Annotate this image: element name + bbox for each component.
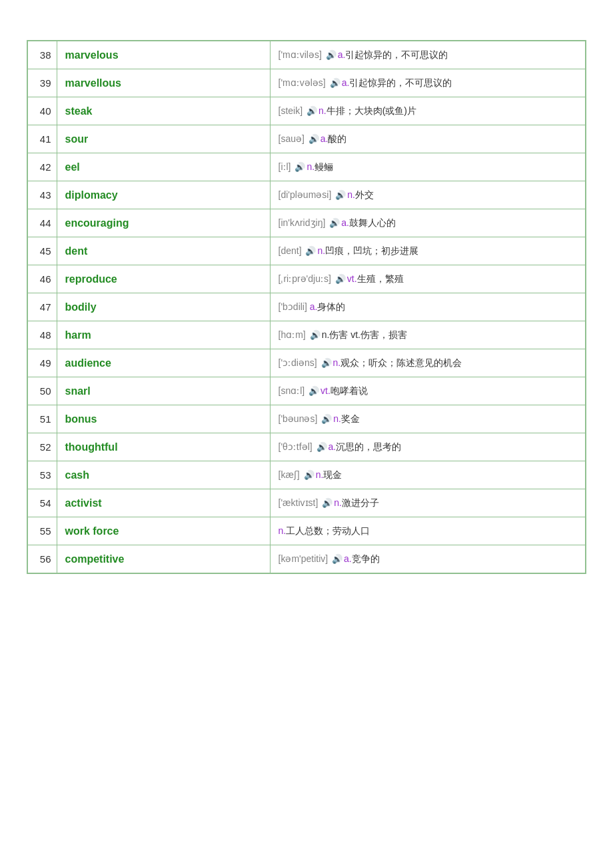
- speaker-icon[interactable]: 🔊: [304, 470, 314, 480]
- table-row: 47bodily['bɔdili] a.身体的: [27, 293, 586, 321]
- entry-number: 41: [27, 125, 57, 153]
- entry-word: steak: [57, 97, 270, 125]
- speaker-icon[interactable]: 🔊: [322, 498, 332, 508]
- entry-definition: ['bɔdili] a.身体的: [270, 293, 586, 321]
- speaker-icon[interactable]: 🔊: [321, 358, 332, 368]
- entry-word: snarl: [57, 377, 270, 405]
- entry-word: competitive: [57, 545, 270, 574]
- entry-number: 45: [27, 237, 57, 265]
- entry-definition: [kəm'petitiv] 🔊a.竞争的: [270, 545, 586, 574]
- entry-number: 54: [27, 489, 57, 517]
- table-row: 38marvelous['mɑːviləs] 🔊a.引起惊异的，不可思议的: [27, 41, 586, 69]
- entry-definition: [snɑːl] 🔊vt.咆哮着说: [270, 377, 586, 405]
- entry-word: marvellous: [57, 69, 270, 97]
- entry-definition: [in'kʌridʒiŋ] 🔊a.鼓舞人心的: [270, 209, 586, 237]
- entry-definition: [hɑːm] 🔊n.伤害 vt.伤害，损害: [270, 321, 586, 349]
- entry-definition: [sauə] 🔊a.酸的: [270, 125, 586, 153]
- entry-definition: n.工人总数；劳动人口: [270, 517, 586, 545]
- entry-word: bonus: [57, 405, 270, 433]
- entry-word: diplomacy: [57, 181, 270, 209]
- entry-word: dent: [57, 237, 270, 265]
- entry-number: 40: [27, 97, 57, 125]
- entry-definition: ['mɑːviləs] 🔊a.引起惊异的，不可思议的: [270, 41, 586, 69]
- entry-definition: ['ɔːdiəns] 🔊n.观众；听众；陈述意见的机会: [270, 349, 586, 377]
- entry-number: 53: [27, 461, 57, 489]
- speaker-icon[interactable]: 🔊: [330, 78, 340, 88]
- entry-number: 52: [27, 433, 57, 461]
- table-row: 51bonus['bəunəs] 🔊n.奖金: [27, 405, 586, 433]
- entry-number: 39: [27, 69, 57, 97]
- table-row: 53cash[kæʃ] 🔊n.现金: [27, 461, 586, 489]
- table-row: 41sour[sauə] 🔊a.酸的: [27, 125, 586, 153]
- entry-number: 47: [27, 293, 57, 321]
- entry-word: work force: [57, 517, 270, 545]
- table-row: 52thoughtful['θɔːtfəl] 🔊a.沉思的，思考的: [27, 433, 586, 461]
- table-row: 49audience['ɔːdiəns] 🔊n.观众；听众；陈述意见的机会: [27, 349, 586, 377]
- entry-word: reproduce: [57, 265, 270, 293]
- entry-definition: ['θɔːtfəl] 🔊a.沉思的，思考的: [270, 433, 586, 461]
- table-row: 48harm[hɑːm] 🔊n.伤害 vt.伤害，损害: [27, 321, 586, 349]
- entry-number: 42: [27, 153, 57, 181]
- entry-definition: ['bəunəs] 🔊n.奖金: [270, 405, 586, 433]
- table-row: 44encouraging[in'kʌridʒiŋ] 🔊a.鼓舞人心的: [27, 209, 586, 237]
- entry-number: 48: [27, 321, 57, 349]
- entry-number: 46: [27, 265, 57, 293]
- speaker-icon[interactable]: 🔊: [321, 414, 332, 424]
- entry-word: cash: [57, 461, 270, 489]
- table-row: 40steak[steik] 🔊n.牛排；大块肉(或鱼)片: [27, 97, 586, 125]
- entry-definition: ['mɑːvələs] 🔊a.引起惊异的，不可思议的: [270, 69, 586, 97]
- table-row: 50snarl[snɑːl] 🔊vt.咆哮着说: [27, 377, 586, 405]
- entry-word: sour: [57, 125, 270, 153]
- table-row: 42eel[iːl] 🔊n.鳗鲡: [27, 153, 586, 181]
- table-row: 43diplomacy[di'pləuməsi] 🔊n.外交: [27, 181, 586, 209]
- speaker-icon[interactable]: 🔊: [308, 134, 319, 144]
- table-row: 46reproduce[ˌriːprə'djuːs] 🔊vt.生殖，繁殖: [27, 265, 586, 293]
- table-row: 55work forcen.工人总数；劳动人口: [27, 517, 586, 545]
- entry-number: 38: [27, 41, 57, 69]
- entry-number: 50: [27, 377, 57, 405]
- entry-definition: [kæʃ] 🔊n.现金: [270, 461, 586, 489]
- entry-definition: [dent] 🔊n.凹痕，凹坑；初步进展: [270, 237, 586, 265]
- speaker-icon[interactable]: 🔊: [326, 50, 336, 60]
- entry-definition: ['æktivɪst] 🔊n.激进分子: [270, 489, 586, 517]
- speaker-icon[interactable]: 🔊: [329, 218, 340, 228]
- entry-number: 43: [27, 181, 57, 209]
- entry-definition: [iːl] 🔊n.鳗鲡: [270, 153, 586, 181]
- entry-definition: [di'pləuməsi] 🔊n.外交: [270, 181, 586, 209]
- speaker-icon[interactable]: 🔊: [310, 330, 320, 340]
- entry-definition: [steik] 🔊n.牛排；大块肉(或鱼)片: [270, 97, 586, 125]
- entry-number: 49: [27, 349, 57, 377]
- entry-number: 51: [27, 405, 57, 433]
- table-row: 39marvellous['mɑːvələs] 🔊a.引起惊异的，不可思议的: [27, 69, 586, 97]
- entry-word: eel: [57, 153, 270, 181]
- speaker-icon[interactable]: 🔊: [305, 246, 316, 256]
- entry-word: marvelous: [57, 41, 270, 69]
- entry-word: encouraging: [57, 209, 270, 237]
- table-row: 45dent[dent] 🔊n.凹痕，凹坑；初步进展: [27, 237, 586, 265]
- speaker-icon[interactable]: 🔊: [308, 386, 319, 396]
- speaker-icon[interactable]: 🔊: [306, 106, 317, 116]
- speaker-icon[interactable]: 🔊: [335, 274, 346, 284]
- table-row: 56competitive[kəm'petitiv] 🔊a.竞争的: [27, 545, 586, 574]
- entry-word: audience: [57, 349, 270, 377]
- entry-number: 56: [27, 545, 57, 574]
- vocabulary-table: 38marvelous['mɑːviləs] 🔊a.引起惊异的，不可思议的39m…: [27, 40, 586, 574]
- entry-word: activist: [57, 489, 270, 517]
- entry-word: thoughtful: [57, 433, 270, 461]
- speaker-icon[interactable]: 🔊: [332, 554, 342, 564]
- entry-number: 55: [27, 517, 57, 545]
- speaker-icon[interactable]: 🔊: [335, 190, 346, 200]
- entry-definition: [ˌriːprə'djuːs] 🔊vt.生殖，繁殖: [270, 265, 586, 293]
- entry-word: harm: [57, 321, 270, 349]
- speaker-icon[interactable]: 🔊: [316, 442, 327, 452]
- entry-number: 44: [27, 209, 57, 237]
- table-row: 54activist['æktivɪst] 🔊n.激进分子: [27, 489, 586, 517]
- entry-word: bodily: [57, 293, 270, 321]
- speaker-icon[interactable]: 🔊: [295, 162, 305, 172]
